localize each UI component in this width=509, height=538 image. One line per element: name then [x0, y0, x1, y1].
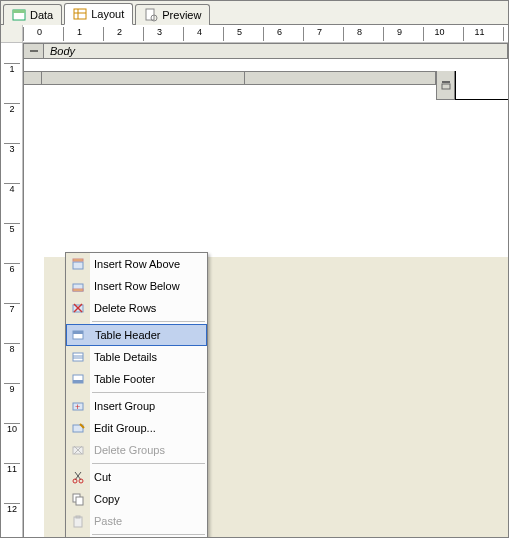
- menu-item-delete-groups: Delete Groups: [66, 439, 207, 461]
- svg-rect-17: [73, 259, 83, 261]
- menu-item-label: Paste: [94, 515, 122, 527]
- menu-item-paste: Paste: [66, 510, 207, 532]
- menu-item-label: Insert Group: [94, 400, 155, 412]
- menu-item-label: Copy: [94, 493, 120, 505]
- edit-group-icon: [70, 420, 86, 436]
- ruler-horizontal: 0123456789101112: [1, 25, 508, 43]
- ruler-v-tick: 4: [4, 183, 20, 194]
- ruler-h-tick: 12: [503, 27, 508, 41]
- column-handle[interactable]: [245, 71, 436, 85]
- menu-item-copy[interactable]: Copy: [66, 488, 207, 510]
- delete-groups-icon: [70, 442, 86, 458]
- data-icon: [12, 8, 26, 22]
- svg-rect-19: [73, 289, 83, 291]
- paste-icon: [70, 513, 86, 529]
- ruler-v-tick: 10: [4, 423, 20, 434]
- column-handle[interactable]: [42, 71, 245, 85]
- tab-preview[interactable]: Preview: [135, 4, 210, 25]
- menu-item-cut[interactable]: Cut: [66, 466, 207, 488]
- preview-icon: [144, 8, 158, 22]
- menu-item-insert-above[interactable]: Insert Row Above: [66, 253, 207, 275]
- svg-rect-8: [442, 81, 450, 83]
- ruler-h-tick: 7: [303, 27, 343, 41]
- menu-item-label: Delete Groups: [94, 444, 165, 456]
- tab-bar: Data Layout Preview: [1, 1, 508, 25]
- menu-item-label: Delete Rows: [94, 302, 156, 314]
- menu-item-label: Table Header: [95, 329, 160, 341]
- tab-preview-label: Preview: [162, 9, 201, 21]
- band-label: Body: [44, 45, 75, 57]
- svg-rect-25: [73, 353, 83, 361]
- ruler-v-tick: 1: [4, 63, 20, 74]
- insert-group-icon: +: [70, 398, 86, 414]
- svg-rect-42: [76, 497, 83, 505]
- ruler-h-tick: 1: [63, 27, 103, 41]
- insert-below-icon: [70, 278, 86, 294]
- ruler-h-tick: 5: [223, 27, 263, 41]
- menu-item-label: Insert Row Below: [94, 280, 180, 292]
- svg-rect-2: [74, 9, 86, 19]
- copy-icon: [70, 491, 86, 507]
- cut-icon: [70, 469, 86, 485]
- ruler-v-tick: 9: [4, 383, 20, 394]
- ruler-h-tick: 2: [103, 27, 143, 41]
- menu-item-label: Cut: [94, 471, 111, 483]
- ruler-h-tick: 3: [143, 27, 183, 41]
- delete-rows-icon: [70, 300, 86, 316]
- ruler-corner: [1, 25, 23, 42]
- tab-data-label: Data: [30, 9, 53, 21]
- ruler-h-tick: 8: [343, 27, 383, 41]
- tab-layout-label: Layout: [91, 8, 124, 20]
- menu-separator: [92, 321, 205, 322]
- ruler-v-tick: 12: [4, 503, 20, 514]
- svg-text:+: +: [75, 402, 80, 412]
- menu-separator: [92, 392, 205, 393]
- table-corner-handle[interactable]: [23, 71, 42, 85]
- layout-icon: [73, 7, 87, 21]
- insert-above-icon: [70, 256, 86, 272]
- svg-rect-29: [73, 380, 83, 383]
- report-table[interactable]: HeaderProjID:=Fields!ProjID.ValueProj_ta…: [23, 71, 508, 100]
- ruler-v-tick: 7: [4, 303, 20, 314]
- svg-rect-1: [13, 10, 25, 13]
- menu-item-edit-group[interactable]: Edit Group...: [66, 417, 207, 439]
- tab-data[interactable]: Data: [3, 4, 62, 25]
- context-menu: Insert Row AboveInsert Row BelowDelete R…: [65, 252, 208, 537]
- ruler-v-tick: 5: [4, 223, 20, 234]
- body-band-header[interactable]: Body: [23, 43, 508, 59]
- svg-rect-16: [73, 262, 83, 269]
- table-cell[interactable]: Header: [455, 71, 508, 100]
- ruler-v-tick: 2: [4, 103, 20, 114]
- menu-separator: [92, 534, 205, 535]
- menu-item-label: Edit Group...: [94, 422, 156, 434]
- ruler-v-tick: 8: [4, 343, 20, 354]
- svg-rect-24: [73, 331, 83, 334]
- ruler-vertical: 123456789101112: [1, 43, 23, 537]
- menu-item-table-footer[interactable]: Table Footer: [66, 368, 207, 390]
- ruler-v-tick: 11: [4, 463, 20, 474]
- ruler-v-tick: 6: [4, 263, 20, 274]
- ruler-h-tick: 11: [463, 27, 503, 41]
- ruler-h-tick: 0: [23, 27, 63, 41]
- ruler-h-tick: 4: [183, 27, 223, 41]
- menu-item-delete-rows[interactable]: Delete Rows: [66, 297, 207, 319]
- row-handle[interactable]: [436, 71, 455, 100]
- menu-item-table-details[interactable]: Table Details: [66, 346, 207, 368]
- menu-item-label: Table Details: [94, 351, 157, 363]
- menu-item-label: Insert Row Above: [94, 258, 180, 270]
- table-details-icon: [70, 349, 86, 365]
- row-header-icon: [441, 80, 451, 90]
- band-collapse-icon[interactable]: [24, 44, 44, 58]
- table-header-icon: [70, 327, 86, 343]
- ruler-h-tick: 9: [383, 27, 423, 41]
- table-footer-icon: [70, 371, 86, 387]
- svg-rect-9: [442, 84, 450, 89]
- svg-rect-44: [76, 516, 80, 518]
- ruler-h-tick: 6: [263, 27, 303, 41]
- menu-item-table-header[interactable]: Table Header: [66, 324, 207, 346]
- menu-separator: [92, 463, 205, 464]
- tab-layout[interactable]: Layout: [64, 3, 133, 25]
- design-surface[interactable]: Body HeaderProjID:=Fields!ProjID.ValuePr…: [23, 43, 508, 537]
- menu-item-insert-below[interactable]: Insert Row Below: [66, 275, 207, 297]
- menu-item-insert-group[interactable]: +Insert Group: [66, 395, 207, 417]
